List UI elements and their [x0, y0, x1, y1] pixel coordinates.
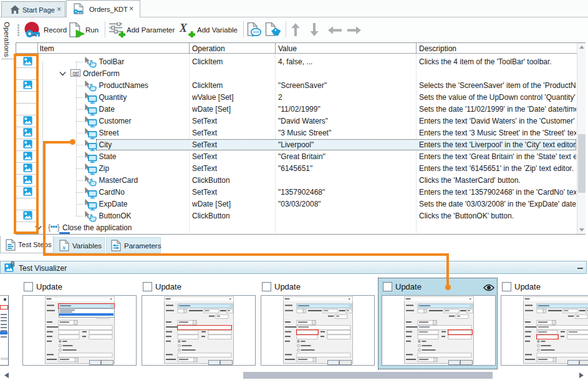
svg-text:x: x — [62, 243, 66, 251]
svg-text:X: X — [179, 22, 188, 34]
